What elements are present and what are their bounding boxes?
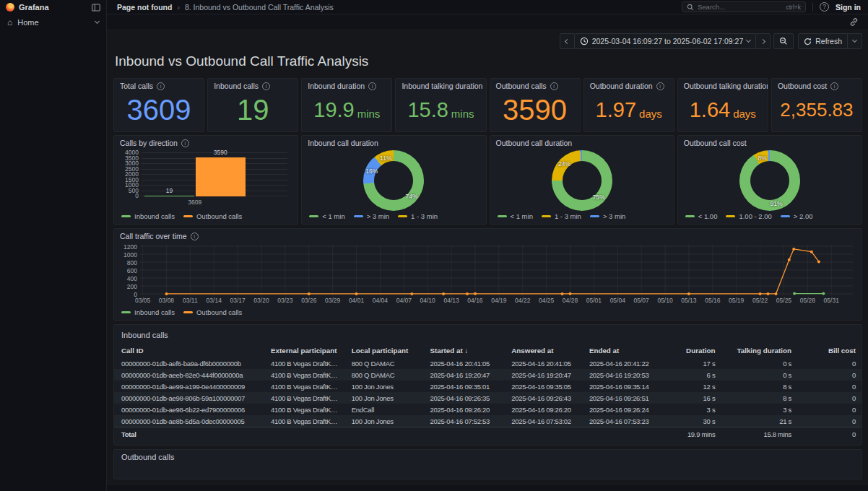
info-icon[interactable]: i [181, 139, 189, 147]
column-header-started-at[interactable]: Started at ↓ [422, 344, 504, 357]
help-icon[interactable]: ? [820, 2, 829, 12]
legend-swatch [183, 311, 193, 314]
column-header-local-participant[interactable]: Local participant [344, 344, 423, 357]
legend-item-3-min[interactable]: > 3 min [354, 212, 389, 220]
legend-item-outbound-calls[interactable]: Outbound calls [183, 308, 242, 316]
x-tick-label: 03/17 [230, 297, 245, 304]
clock-icon [580, 37, 589, 45]
data-point [474, 292, 477, 295]
grafana-logo-icon [6, 3, 14, 12]
info-icon[interactable]: i [550, 82, 558, 90]
breadcrumb-page-not-found[interactable]: Page not found [117, 3, 172, 12]
stat-value: 19.9mins [303, 90, 390, 130]
total-cell: Total [114, 427, 264, 443]
sidebar-item-home[interactable]: ⌂ Home [0, 14, 106, 30]
column-header-bill-cost[interactable]: Bill cost [797, 344, 862, 357]
data-point [775, 292, 778, 295]
slice-label-3-min: 16% [365, 168, 378, 175]
x-tick-label: 05/31 [824, 297, 839, 304]
home-icon: ⌂ [7, 18, 12, 27]
table-cell: 2025-04-16 20:41:05 [422, 357, 504, 369]
table-row: 00000000-01db-aeeb-82e0-444f0000000a4100… [114, 369, 862, 381]
legend-item-1-min[interactable]: < 1 min [498, 212, 533, 220]
x-tick-label: 04/16 [467, 297, 482, 304]
x-tick-label: 3609 [188, 199, 201, 206]
x-tick-label: 05/10 [657, 297, 672, 304]
table-cell: 2025-04-16 09:26:24 [582, 404, 660, 415]
panel-header: Inbound callsi [208, 79, 298, 90]
bar-inbound-calls[interactable] [144, 196, 194, 197]
time-shift-back-button[interactable] [560, 33, 575, 49]
panel-title-label: Inbound call duration [308, 139, 378, 147]
legend-swatch [121, 215, 131, 218]
column-header-ended-at[interactable]: Ended at [582, 344, 660, 357]
info-icon[interactable]: i [656, 82, 664, 90]
stat-value: 19 [209, 90, 296, 130]
legend-swatch [354, 215, 363, 218]
stat-number: 3609 [127, 94, 191, 126]
info-icon[interactable]: i [191, 233, 199, 240]
stat-value: 1.97days [586, 90, 672, 130]
column-header-answered-at[interactable]: Answered at [504, 344, 582, 357]
x-tick-label: 03/08 [159, 297, 174, 304]
legend-item-1-00[interactable]: < 1.00 [685, 212, 718, 220]
data-point [466, 292, 469, 295]
legend-item-1-00-2-00[interactable]: 1.00 - 2.00 [726, 212, 771, 220]
legend-item-1-3-min[interactable]: 1 - 3 min [398, 212, 438, 220]
legend-item-outbound-calls[interactable]: Outbound calls [183, 212, 242, 220]
share-link-icon[interactable] [849, 17, 859, 27]
sidebar-home-label: Home [17, 18, 38, 27]
data-point [442, 292, 445, 295]
refresh-button[interactable]: Refresh [798, 33, 862, 49]
bar-outbound-calls[interactable] [196, 157, 246, 196]
dock-sidebar-icon[interactable] [92, 4, 100, 12]
total-cell [582, 427, 660, 443]
x-tick-label: 04/07 [396, 297, 412, 304]
column-header-duration[interactable]: Duration [660, 344, 721, 357]
legend-item-1-min[interactable]: < 1 min [309, 212, 344, 220]
table-cell: 4100 Ƀ Vegas DraftKings [264, 369, 344, 381]
zoom-out-time-button[interactable] [773, 33, 794, 49]
legend-item-1-3-min[interactable]: 1 - 3 min [542, 212, 581, 220]
table-cell: 0 [797, 392, 862, 404]
info-icon[interactable]: i [830, 82, 838, 90]
legend-item-2-00[interactable]: > 2.00 [781, 212, 813, 220]
refresh-interval-dropdown[interactable] [847, 34, 856, 48]
column-header-external-participant[interactable]: External participant [264, 344, 344, 357]
charts-row: Calls by direction i 0500100015002000250… [113, 135, 862, 225]
x-tick-label: 04/10 [420, 297, 435, 304]
donut-chart-inbound-call-duration: 74%16%11% [363, 150, 424, 211]
stat-panel-inbound-duration: Inbound durationi19.9mins [301, 78, 392, 132]
chevron-right-icon [760, 38, 765, 43]
column-header-talking-duration[interactable]: Talking duration [721, 344, 797, 357]
donut-chart-outbound-call-duration: 75%24% [552, 150, 612, 211]
info-icon[interactable]: i [157, 82, 165, 90]
stat-panel-inbound-calls: Inbound callsi19 [207, 78, 298, 132]
data-point [767, 292, 770, 295]
x-tick-label: 04/01 [349, 297, 364, 304]
search-box[interactable]: ctrl+k [682, 1, 806, 12]
panel-outbound-calls: Outbound calls [113, 449, 862, 479]
time-range-picker[interactable]: 2025-03-04 16:09:27 to 2025-06-02 17:09:… [574, 33, 757, 49]
sign-in-button[interactable]: Sign in [836, 3, 861, 12]
legend-item-inbound-calls[interactable]: Inbound calls [121, 308, 175, 316]
legend-label: Inbound calls [134, 308, 175, 316]
stat-panel-total-calls: Total callsi3609 [113, 78, 204, 132]
info-icon[interactable]: i [368, 82, 376, 90]
data-point [308, 292, 311, 295]
table-cell: 100 Jon Jones [344, 381, 423, 392]
chevron-down-icon [95, 19, 100, 24]
total-cell: 15.8 mins [721, 427, 797, 443]
bar-x-axis: 3609 [142, 199, 287, 207]
legend-item-3-min[interactable]: > 3 min [590, 212, 625, 220]
search-input[interactable] [698, 3, 782, 11]
donut-legend: < 1 min> 3 min1 - 3 min [309, 212, 438, 220]
time-shift-forward-button[interactable] [755, 33, 771, 49]
brand-label: Grafana [19, 3, 49, 12]
column-header-call-id[interactable]: Call ID [114, 344, 264, 357]
legend-item-inbound-calls[interactable]: Inbound calls [121, 212, 175, 220]
info-icon[interactable]: i [262, 82, 270, 90]
table-cell: 00000000-01db-ae8b-5d5a-0dec00000005 [114, 415, 264, 427]
total-cell [504, 427, 582, 443]
breadcrumb-current-dashboard[interactable]: 8. Inbound vs Outbound Call Traffic Anal… [185, 3, 334, 12]
